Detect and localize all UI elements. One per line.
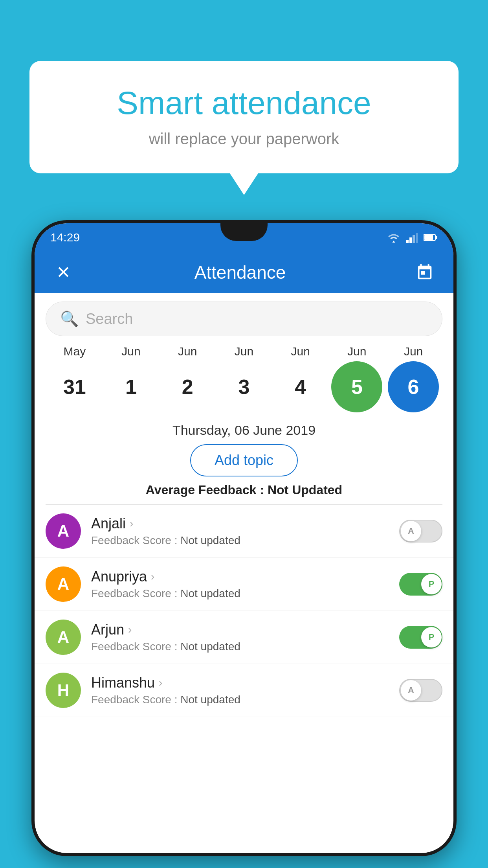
- student-name-0[interactable]: Anjali ›: [91, 515, 399, 532]
- search-placeholder: Search: [86, 311, 133, 327]
- student-item-1: A Anupriya › Feedback Score : Not update…: [35, 558, 453, 611]
- calendar-button[interactable]: [411, 259, 438, 286]
- toggle-2[interactable]: P: [399, 626, 442, 649]
- date-item-3[interactable]: 3: [218, 361, 270, 412]
- app-bar-title: Attendance: [77, 262, 403, 283]
- feedback-score-0: Feedback Score : Not updated: [91, 534, 399, 547]
- months-row: MayJunJunJunJunJunJun: [42, 345, 446, 358]
- phone-inner: 14:29: [35, 223, 453, 853]
- student-name-1[interactable]: Anupriya ›: [91, 568, 399, 585]
- toggle-container-1[interactable]: P: [399, 573, 442, 596]
- search-icon: 🔍: [60, 310, 79, 327]
- battery-icon: [424, 233, 438, 242]
- toggle-knob-3: A: [401, 680, 421, 701]
- student-item-0: A Anjali › Feedback Score : Not updated …: [35, 505, 453, 558]
- toggle-container-2[interactable]: P: [399, 626, 442, 649]
- avg-feedback-value: Not Updated: [268, 483, 342, 497]
- month-label-3: Jun: [218, 345, 270, 358]
- phone-frame: 14:29: [31, 220, 457, 856]
- avg-feedback: Average Feedback : Not Updated: [35, 483, 453, 497]
- month-label-5: Jun: [331, 345, 382, 358]
- date-item-0[interactable]: 31: [49, 361, 100, 412]
- close-button[interactable]: ✕: [50, 259, 77, 286]
- month-label-0: May: [49, 345, 100, 358]
- dates-row: 31123456: [42, 358, 446, 419]
- toggle-1[interactable]: P: [399, 573, 442, 596]
- notch: [220, 223, 268, 241]
- toggle-knob-0: A: [401, 521, 421, 541]
- chevron-icon-2: ›: [128, 623, 132, 636]
- month-label-4: Jun: [275, 345, 326, 358]
- svg-rect-6: [436, 236, 437, 239]
- calendar-icon: [416, 263, 434, 281]
- chevron-icon-3: ›: [159, 677, 162, 689]
- svg-rect-0: [406, 240, 409, 243]
- main-title: Smart attendance: [57, 85, 431, 121]
- svg-rect-5: [424, 235, 433, 240]
- date-item-1[interactable]: 1: [106, 361, 157, 412]
- status-time: 14:29: [50, 231, 80, 244]
- toggle-container-3[interactable]: A: [399, 679, 442, 702]
- phone-screen: 14:29: [35, 223, 453, 853]
- speech-bubble-section: Smart attendance will replace your paper…: [29, 61, 459, 173]
- toggle-0[interactable]: A: [399, 520, 442, 542]
- student-item-3: H Himanshu › Feedback Score : Not update…: [35, 664, 453, 717]
- search-bar[interactable]: 🔍 Search: [46, 302, 442, 336]
- student-info-1: Anupriya › Feedback Score : Not updated: [91, 568, 399, 600]
- speech-bubble: Smart attendance will replace your paper…: [29, 61, 459, 173]
- student-item-2: A Arjun › Feedback Score : Not updated P: [35, 611, 453, 664]
- avatar-0: A: [46, 513, 81, 549]
- student-name-3[interactable]: Himanshu ›: [91, 675, 399, 691]
- student-list: A Anjali › Feedback Score : Not updated …: [35, 505, 453, 717]
- chevron-icon-0: ›: [130, 517, 133, 530]
- date-item-4[interactable]: 4: [275, 361, 326, 412]
- feedback-score-2: Feedback Score : Not updated: [91, 640, 399, 653]
- toggle-3[interactable]: A: [399, 679, 442, 702]
- date-item-6[interactable]: 6: [388, 361, 439, 412]
- feedback-score-3: Feedback Score : Not updated: [91, 693, 399, 706]
- svg-rect-2: [413, 235, 415, 243]
- toggle-knob-1: P: [421, 574, 442, 594]
- toggle-container-0[interactable]: A: [399, 520, 442, 542]
- month-label-6: Jun: [388, 345, 439, 358]
- status-icons: [387, 232, 438, 243]
- avg-feedback-label: Average Feedback :: [146, 483, 264, 497]
- month-label-1: Jun: [106, 345, 157, 358]
- feedback-score-1: Feedback Score : Not updated: [91, 587, 399, 600]
- svg-rect-3: [416, 233, 418, 243]
- student-info-2: Arjun › Feedback Score : Not updated: [91, 622, 399, 653]
- student-info-3: Himanshu › Feedback Score : Not updated: [91, 675, 399, 706]
- date-item-5[interactable]: 5: [331, 361, 382, 412]
- selected-date: Thursday, 06 June 2019: [35, 423, 453, 438]
- month-label-2: Jun: [162, 345, 213, 358]
- avatar-1: A: [46, 566, 81, 602]
- toggle-knob-2: P: [421, 627, 442, 647]
- add-topic-button[interactable]: Add topic: [190, 444, 298, 476]
- wifi-icon: [387, 232, 401, 243]
- avatar-3: H: [46, 673, 81, 708]
- app-bar: ✕ Attendance: [35, 252, 453, 293]
- chevron-icon-1: ›: [151, 570, 154, 583]
- student-name-2[interactable]: Arjun ›: [91, 622, 399, 638]
- signal-icon: [406, 232, 418, 243]
- svg-rect-1: [409, 237, 412, 243]
- student-info-0: Anjali › Feedback Score : Not updated: [91, 515, 399, 547]
- date-item-2[interactable]: 2: [162, 361, 213, 412]
- calendar-strip: MayJunJunJunJunJunJun 31123456: [35, 345, 453, 419]
- subtitle: will replace your paperwork: [57, 130, 431, 148]
- avatar-2: A: [46, 620, 81, 655]
